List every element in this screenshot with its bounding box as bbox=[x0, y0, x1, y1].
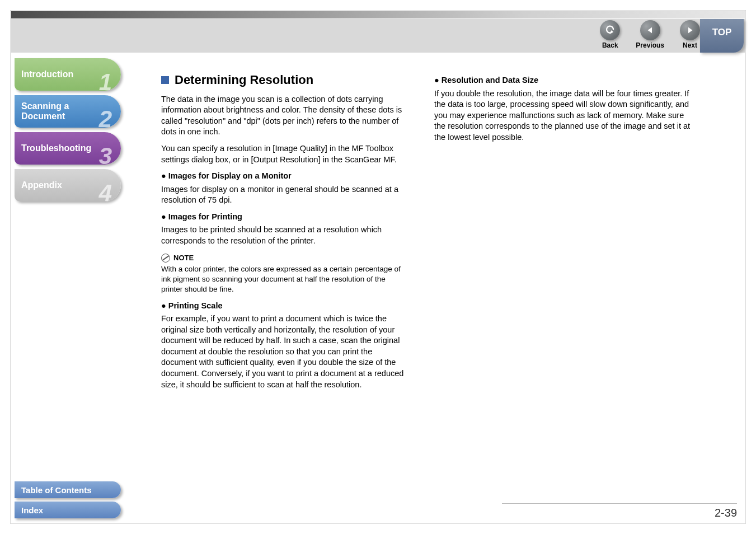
note-label: NOTE bbox=[173, 253, 194, 263]
back-button[interactable]: Back bbox=[600, 20, 620, 49]
sidebar-item-number: 3 bbox=[99, 144, 112, 168]
section-title: Determining Resolution bbox=[161, 72, 407, 88]
sidebar-item-label: Appendix bbox=[21, 180, 62, 190]
note-icon bbox=[161, 254, 170, 263]
svg-marker-1 bbox=[688, 27, 693, 34]
intro-paragraph-2: You can specify a resolution in [Image Q… bbox=[161, 143, 407, 165]
previous-icon bbox=[640, 20, 660, 40]
subheading-monitor: Images for Display on a Monitor bbox=[161, 171, 407, 182]
right-column: Resolution and Data Size If you double t… bbox=[434, 72, 692, 396]
intro-paragraph-1: The data in the image you scan is a coll… bbox=[161, 94, 407, 138]
section-title-text: Determining Resolution bbox=[175, 72, 313, 88]
data-size-paragraph: If you double the resolution, the image … bbox=[434, 88, 692, 143]
index-label: Index bbox=[21, 505, 43, 515]
sidebar-item-troubleshooting[interactable]: Troubleshooting 3 bbox=[15, 132, 121, 165]
sidebar-item-appendix[interactable]: Appendix 4 bbox=[15, 169, 121, 202]
note-text: With a color printer, the colors are exp… bbox=[161, 264, 407, 295]
page-number: 2-39 bbox=[715, 507, 737, 519]
subheading-scale: Printing Scale bbox=[161, 301, 407, 312]
previous-button[interactable]: Previous bbox=[636, 20, 664, 49]
sidebar-item-introduction[interactable]: Introduction 1 bbox=[15, 58, 121, 91]
next-icon bbox=[680, 20, 700, 40]
toc-label: Table of Contents bbox=[21, 485, 92, 495]
content-area: Determining Resolution The data in the i… bbox=[161, 72, 738, 396]
nav-buttons: Back Previous Next bbox=[600, 20, 700, 49]
printing-paragraph: Images to be printed should be scanned a… bbox=[161, 224, 407, 246]
square-bullet-icon bbox=[161, 76, 169, 84]
monitor-paragraph: Images for display on a monitor in gener… bbox=[161, 184, 407, 206]
back-label: Back bbox=[602, 41, 618, 49]
sidebar-item-scanning[interactable]: Scanning a Document 2 bbox=[15, 95, 121, 128]
table-of-contents-button[interactable]: Table of Contents bbox=[15, 481, 121, 498]
note-heading: NOTE bbox=[161, 253, 407, 263]
subheading-printing: Images for Printing bbox=[161, 212, 407, 223]
svg-marker-0 bbox=[647, 27, 652, 34]
sidebar-item-number: 4 bbox=[99, 181, 112, 205]
next-label: Next bbox=[683, 41, 697, 49]
sidebar-item-label: Introduction bbox=[21, 69, 73, 79]
left-column: Determining Resolution The data in the i… bbox=[161, 72, 407, 396]
sidebar-item-number: 1 bbox=[99, 71, 112, 94]
scale-paragraph: For example, if you want to print a docu… bbox=[161, 313, 407, 390]
subheading-data-size: Resolution and Data Size bbox=[434, 75, 692, 86]
bottom-nav: Table of Contents Index bbox=[15, 478, 121, 518]
top-label: TOP bbox=[712, 27, 732, 38]
index-button[interactable]: Index bbox=[15, 502, 121, 518]
sidebar-item-number: 2 bbox=[99, 107, 112, 131]
next-button[interactable]: Next bbox=[680, 20, 700, 49]
top-button[interactable]: TOP bbox=[700, 19, 744, 53]
sidebar: Introduction 1 Scanning a Document 2 Tro… bbox=[15, 58, 121, 206]
sidebar-item-label: Troubleshooting bbox=[21, 143, 91, 153]
back-icon bbox=[600, 20, 620, 40]
previous-label: Previous bbox=[636, 41, 664, 49]
header-gradient-bar bbox=[11, 11, 745, 18]
